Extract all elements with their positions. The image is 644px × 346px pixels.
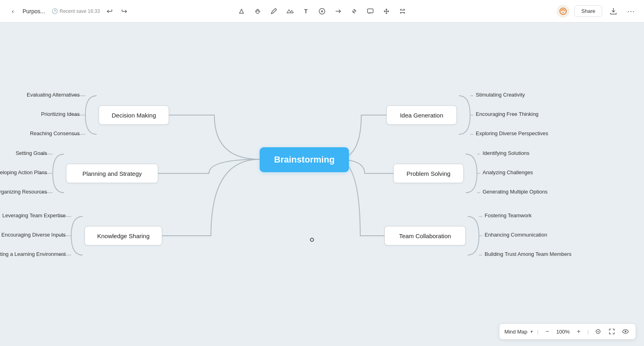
leaf-node: Analyzing Challenges [483,169,533,175]
app-logo [557,5,570,18]
toolbar-more-tools[interactable] [395,4,410,19]
toolbar-hand[interactable] [250,4,265,19]
branch-node-problem-solving[interactable]: Problem Solving [393,164,464,183]
leaf-node: Leveraging Team Expertise [2,212,66,218]
zoom-out-button[interactable]: − [543,327,552,336]
bottombar: Mind Map ▾ | − 100% + | [499,323,636,340]
fit-screen-button[interactable] [593,326,603,337]
svg-rect-4 [367,9,373,13]
leaf-node: Fostering Teamwork [485,212,532,218]
leaf-node: Setting Goals [16,150,47,156]
leaf-node: Enhancing Communication [485,232,547,238]
leaf-node: Exploring Diverse Perspectives [476,130,548,136]
undo-button[interactable]: ↩ [103,5,116,18]
export-button[interactable] [607,5,620,18]
toolbar-center: T [234,4,410,19]
fullscreen-button[interactable] [607,326,617,337]
toolbar-pen[interactable] [266,4,281,19]
more-menu-button[interactable]: ··· [625,5,638,18]
toolbar-select[interactable] [234,4,249,19]
leaf-node: Building Trust Among Team Members [485,251,572,257]
save-text: Recent save 16:33 [60,8,100,14]
canvas[interactable]: BrainstormingDecision MakingEvaluating A… [0,23,644,346]
svg-point-2 [259,10,260,12]
redo-button[interactable]: ↪ [118,5,130,18]
toolbar-link[interactable] [347,4,361,19]
branch-node-knowledge-sharing[interactable]: Knowledge Sharing [85,226,162,245]
leaf-node: Encouraging Free Thinking [476,111,539,117]
toolbar-comment[interactable] [363,4,378,19]
leaf-node: Identifying Solutions [483,150,529,156]
leaf-node: Organizing Resources [0,189,47,195]
toolbar-add[interactable] [315,4,329,19]
save-info: 🕐 Recent save 16:33 [52,8,100,14]
back-button[interactable]: ‹ [6,5,19,18]
toolbar-move[interactable] [379,4,394,19]
leaf-node: Generating Multiple Options [483,189,547,195]
leaf-node: Encouraging Diverse Inputs [1,232,66,238]
zoom-level: 100% [555,329,571,335]
clock-icon: 🕐 [52,8,58,14]
chevron-down-icon[interactable]: ▾ [530,329,533,334]
branch-node-decision-making[interactable]: Decision Making [99,105,169,125]
doc-title: Purpos... [23,8,45,14]
branch-node-team-collaboration[interactable]: Team Collaboration [384,226,466,245]
toolbar-text[interactable]: T [299,4,313,19]
leaf-node: Stimulating Creativity [476,92,525,98]
svg-point-8 [563,12,564,13]
svg-point-1 [256,10,257,12]
topbar: ‹ Purpos... 🕐 Recent save 16:33 ↩ ↪ T [0,0,644,23]
leaf-node: Cultivating a Learning Environment [0,251,66,257]
leaf-node: Prioritizing Ideas [41,111,80,117]
toolbar-arrow[interactable] [331,4,345,19]
branch-node-idea-generation[interactable]: Idea Generation [386,105,457,125]
center-node[interactable]: Brainstorming [260,147,349,172]
topbar-right: Share ··· [557,5,638,18]
cursor [310,238,314,242]
leaf-node: Reaching Consensus [30,130,80,136]
svg-point-7 [560,8,566,14]
preview-button[interactable] [620,326,631,337]
view-mode-label: Mind Map [504,329,527,335]
share-button[interactable]: Share [574,5,602,17]
leaf-node: Evaluating Alternatives [27,92,80,98]
toolbar-shape[interactable] [283,4,297,19]
undo-redo-group: ↩ ↪ [103,5,130,18]
svg-point-30 [625,331,626,332]
leaf-node: Developing Action Plans [0,169,47,175]
mindmap-container: BrainstormingDecision MakingEvaluating A… [0,23,644,346]
branch-node-planning-strategy[interactable]: Planning and Strategy [66,164,158,183]
svg-point-28 [598,331,599,332]
svg-point-0 [257,9,258,11]
zoom-in-button[interactable]: + [574,327,584,336]
